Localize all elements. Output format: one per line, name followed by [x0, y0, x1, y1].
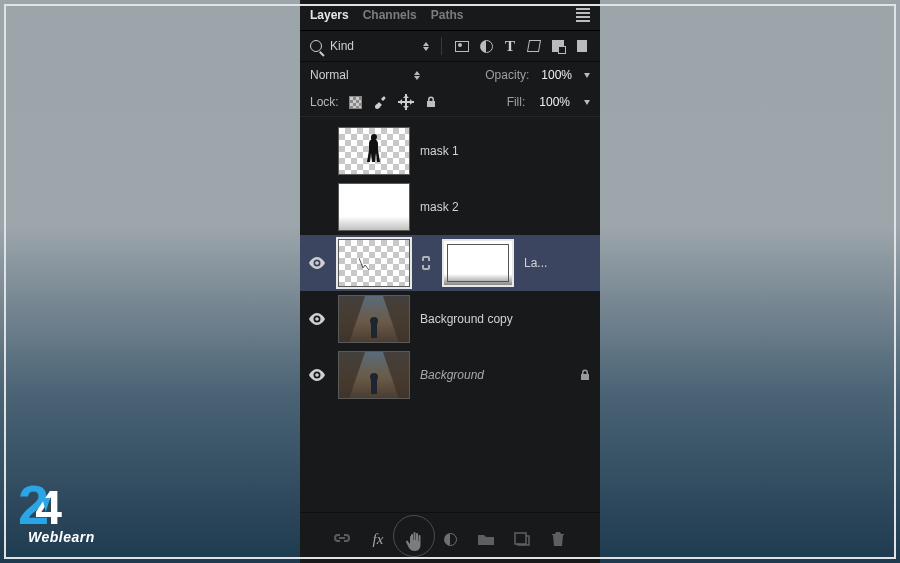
filter-row: Kind T: [300, 31, 600, 62]
add-mask-icon[interactable]: [404, 529, 424, 549]
opacity-dropdown-icon[interactable]: [584, 73, 590, 78]
tab-paths[interactable]: Paths: [431, 8, 464, 22]
delete-layer-icon[interactable]: [548, 529, 568, 549]
new-group-icon[interactable]: [476, 529, 496, 549]
filter-shape-icon[interactable]: [526, 38, 542, 54]
visibility-toggle[interactable]: [306, 257, 328, 269]
lock-image-icon[interactable]: [372, 94, 388, 110]
filter-type-icon[interactable]: T: [502, 38, 518, 54]
lock-row: Lock: Fill: 100%: [300, 88, 600, 116]
eye-icon: [308, 313, 326, 325]
link-layers-icon[interactable]: [332, 529, 352, 549]
adjustment-layer-icon[interactable]: [440, 529, 460, 549]
layer-thumbnail[interactable]: [338, 295, 410, 343]
layer-name[interactable]: Background: [420, 368, 568, 382]
layer-row-selected[interactable]: La...: [300, 235, 600, 291]
layer-name[interactable]: La...: [524, 256, 592, 270]
blend-row: Normal Opacity: 100%: [300, 62, 600, 88]
layer-row[interactable]: mask 1: [300, 123, 600, 179]
lock-icon: [578, 368, 592, 382]
fill-dropdown-icon[interactable]: [584, 100, 590, 105]
layer-fx-icon[interactable]: fx: [368, 529, 388, 549]
svg-point-0: [315, 261, 319, 265]
new-layer-icon[interactable]: [512, 529, 532, 549]
opacity-label: Opacity:: [485, 68, 529, 82]
link-icon[interactable]: [420, 255, 432, 271]
filter-adjustment-icon[interactable]: [478, 38, 494, 54]
visibility-toggle[interactable]: [306, 369, 328, 381]
filter-special-icon[interactable]: [574, 38, 590, 54]
dropdown-arrows-icon: [423, 42, 429, 51]
layer-name[interactable]: Background copy: [420, 312, 592, 326]
filter-smartobject-icon[interactable]: [550, 38, 566, 54]
layer-mask-thumbnail[interactable]: [442, 239, 514, 287]
watermark-logo: 2 4 Weblearn: [18, 477, 95, 545]
layer-row[interactable]: Background: [300, 347, 600, 403]
opacity-value[interactable]: 100%: [541, 68, 572, 82]
layer-thumbnail[interactable]: [338, 351, 410, 399]
layer-thumbnail[interactable]: [338, 127, 410, 175]
layer-thumbnail[interactable]: [338, 183, 410, 231]
filter-kind-dropdown[interactable]: Kind: [330, 39, 415, 53]
svg-point-1: [315, 317, 319, 321]
lock-transparency-icon[interactable]: [349, 96, 362, 109]
lock-label: Lock:: [310, 95, 339, 109]
search-icon: [310, 40, 322, 52]
panel-tabs: Layers Channels Paths: [300, 0, 600, 31]
layer-row[interactable]: Background copy: [300, 291, 600, 347]
tab-channels[interactable]: Channels: [363, 8, 417, 22]
svg-point-2: [315, 373, 319, 377]
filter-pixel-icon[interactable]: [454, 38, 470, 54]
layers-bottom-toolbar: fx: [300, 512, 600, 563]
lock-all-icon[interactable]: [424, 95, 438, 109]
visibility-toggle[interactable]: [306, 313, 328, 325]
blend-mode-dropdown[interactable]: Normal: [310, 68, 420, 82]
logo-four: 4: [35, 484, 62, 532]
eye-icon: [308, 257, 326, 269]
layer-name[interactable]: mask 2: [420, 200, 592, 214]
tab-layers[interactable]: Layers: [310, 8, 349, 22]
layers-list: mask 1 mask 2 La... Backgroun: [300, 117, 600, 512]
lock-position-icon[interactable]: [398, 94, 414, 110]
fill-value[interactable]: 100%: [539, 95, 570, 109]
eye-icon: [308, 369, 326, 381]
layers-panel: Layers Channels Paths Kind T Normal Opac…: [300, 0, 600, 563]
layer-row[interactable]: mask 2: [300, 179, 600, 235]
layer-name[interactable]: mask 1: [420, 144, 592, 158]
layer-thumbnail[interactable]: [338, 239, 410, 287]
fill-label: Fill:: [507, 95, 526, 109]
panel-menu-icon[interactable]: [576, 6, 590, 24]
